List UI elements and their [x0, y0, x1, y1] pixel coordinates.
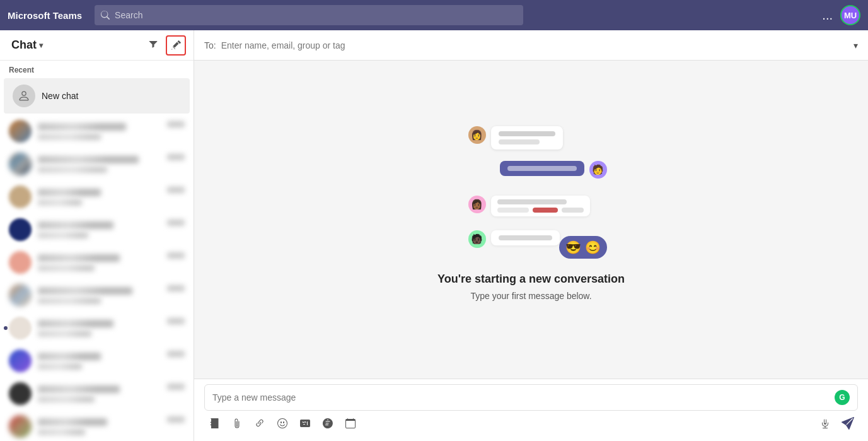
chat-item-time	[167, 121, 185, 127]
chat-item-time	[167, 285, 185, 291]
new-chat-item[interactable]: New chat	[4, 78, 190, 114]
chat-item-name	[38, 418, 107, 426]
chat-item-preview	[38, 232, 88, 238]
list-item[interactable]	[0, 246, 194, 279]
chat-item-preview	[38, 331, 91, 337]
list-item[interactable]	[0, 180, 194, 213]
chat-item-time	[167, 318, 185, 324]
chat-item-content	[38, 385, 161, 403]
audio-icon	[820, 418, 830, 428]
chat-item-preview	[38, 429, 85, 435]
new-chat-label: New chat	[42, 91, 78, 101]
chat-item-preview	[38, 265, 95, 271]
list-item[interactable]	[0, 115, 194, 148]
giphy-button[interactable]	[295, 413, 315, 433]
sticker-button[interactable]	[318, 413, 338, 433]
avatar	[9, 382, 32, 405]
person-icon	[18, 90, 30, 102]
format-button[interactable]	[204, 413, 224, 433]
conversation-illustration: 👩 🧑 👩🏾	[456, 126, 607, 252]
chat-item-content	[38, 221, 161, 238]
avatar	[9, 317, 32, 339]
top-bar: Microsoft Teams Search ... MU	[0, 0, 868, 30]
chat-item-name	[38, 123, 126, 131]
audio-note-button[interactable]	[815, 413, 835, 433]
grammarly-icon: G	[835, 390, 850, 405]
schedule-button[interactable]	[340, 413, 361, 433]
avatar	[9, 350, 32, 372]
sidebar: Chat ▾ Recent	[0, 30, 194, 441]
to-input[interactable]	[221, 40, 854, 50]
user-avatar[interactable]: MU	[840, 5, 860, 25]
chat-item-preview	[38, 167, 107, 173]
avatar-initials: MU	[844, 11, 857, 20]
avatar	[9, 284, 32, 307]
chat-item-name	[38, 189, 101, 196]
compose-new-chat-button[interactable]	[166, 35, 186, 56]
chat-item-content	[38, 418, 161, 435]
chat-item-time	[167, 351, 185, 357]
chat-item-preview	[38, 134, 101, 140]
list-item[interactable]	[0, 410, 194, 441]
chat-item-time	[167, 252, 185, 259]
conversation-subtitle: Type your first message below.	[470, 291, 591, 301]
avatar	[9, 218, 32, 241]
chevron-down-icon: ▾	[39, 41, 43, 50]
chat-item-name	[38, 221, 113, 229]
format-icon	[209, 418, 219, 428]
new-chat-avatar-icon	[13, 85, 35, 107]
emoji-icon	[277, 418, 287, 428]
link-button[interactable]	[250, 413, 270, 433]
emoji-button[interactable]	[272, 413, 292, 433]
list-item[interactable]	[0, 344, 194, 377]
chat-item-name	[38, 353, 101, 360]
search-bar[interactable]: Search	[95, 5, 523, 25]
chat-item-content	[38, 189, 161, 206]
chat-item-content	[38, 287, 161, 304]
send-button[interactable]	[838, 413, 858, 433]
schedule-icon	[345, 418, 356, 428]
list-item[interactable]	[0, 377, 194, 410]
chat-title-label: Chat	[11, 38, 37, 52]
chat-item-content	[38, 320, 161, 337]
filter-button[interactable]	[143, 35, 163, 56]
illus-msg-4: 🧑🏿	[468, 230, 560, 248]
chat-title-button[interactable]: Chat ▾	[8, 36, 47, 54]
list-item[interactable]	[0, 279, 194, 312]
emoji-reactions: 😎 😊	[559, 236, 607, 259]
message-text-input[interactable]	[212, 392, 830, 403]
more-options-button[interactable]: ...	[822, 8, 833, 23]
list-item[interactable]	[0, 148, 194, 180]
chat-item-time	[167, 154, 185, 160]
avatar	[9, 185, 32, 208]
app-title: Microsoft Teams	[8, 10, 82, 21]
chat-item-preview	[38, 363, 82, 370]
conversation-title: You're starting a new conversation	[437, 273, 625, 286]
attach-icon	[232, 418, 242, 428]
chat-item-name	[38, 156, 139, 163]
to-bar: To: ▾	[194, 30, 868, 61]
chat-item-name	[38, 320, 113, 327]
chat-item-name	[38, 287, 132, 295]
send-icon	[842, 417, 854, 430]
main-layout: Chat ▾ Recent	[0, 30, 868, 441]
chat-list: 1/3	[0, 115, 194, 441]
top-bar-right: ... MU	[822, 5, 860, 25]
chat-item-name	[38, 254, 120, 262]
to-expand-icon[interactable]: ▾	[854, 40, 858, 50]
chat-item-time	[167, 187, 185, 193]
chat-item-time	[167, 220, 185, 226]
illus-msg-1: 👩	[468, 126, 563, 150]
attach-button[interactable]	[227, 413, 247, 433]
to-label: To:	[204, 40, 216, 50]
list-item[interactable]	[0, 213, 194, 246]
recent-section-label: Recent	[0, 61, 194, 77]
list-item[interactable]	[0, 312, 194, 344]
link-icon	[255, 418, 265, 428]
sidebar-header: Chat ▾	[0, 30, 194, 61]
avatar	[9, 415, 32, 438]
illus-msg-2: 🧑	[500, 161, 607, 179]
avatar	[9, 153, 32, 175]
illus-msg-3: 👩🏾	[468, 196, 590, 216]
sticker-icon	[323, 418, 333, 428]
